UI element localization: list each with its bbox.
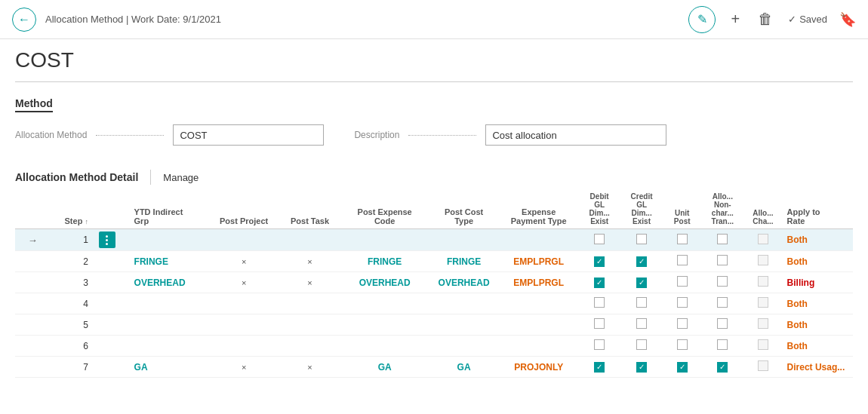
allo-cha-cell[interactable]	[743, 229, 782, 251]
allo-cha-cell[interactable]	[743, 272, 782, 293]
allo-cha-checkbox[interactable]	[758, 234, 768, 244]
delete-button[interactable]: 🗑	[755, 8, 776, 31]
allo-cha-checkbox[interactable]	[758, 297, 768, 308]
post-task-cell	[279, 293, 341, 314]
back-button[interactable]: ←	[12, 8, 36, 32]
post-project-cell	[208, 314, 279, 336]
unit-post-cell[interactable]	[663, 251, 701, 272]
allo-cha-checkbox[interactable]	[758, 360, 768, 371]
checkbox[interactable]	[594, 256, 605, 267]
expense-payment-type-cell	[499, 336, 578, 357]
checkbox[interactable]	[636, 278, 647, 288]
checkbox[interactable]	[636, 318, 647, 329]
col-allo-non: Allo...Non-char...Tran...	[701, 189, 743, 229]
ytd-indirect-grp-cell	[130, 229, 209, 251]
checkbox[interactable]	[636, 362, 647, 373]
table-header-row: Step ↑ YTD IndirectGrp Post Project Post…	[15, 189, 853, 229]
checkbox[interactable]	[677, 255, 688, 265]
checkbox[interactable]	[594, 318, 605, 329]
debit-gl-cell[interactable]	[578, 357, 620, 378]
post-expense-code-cell: OVERHEAD	[340, 272, 429, 293]
allo-non-char-cell[interactable]	[701, 293, 743, 314]
allo-cha-cell[interactable]	[743, 336, 782, 357]
col-unit-post: UnitPost	[663, 189, 701, 229]
allo-cha-cell[interactable]	[743, 293, 782, 314]
checkbox[interactable]	[717, 362, 728, 373]
debit-gl-cell[interactable]	[578, 314, 620, 336]
debit-gl-cell[interactable]	[578, 229, 620, 251]
allo-cha-cell[interactable]	[743, 357, 782, 378]
credit-gl-cell[interactable]	[620, 251, 663, 272]
checkbox[interactable]	[677, 362, 688, 373]
col-expense-payment: ExpensePayment Type	[499, 189, 578, 229]
description-input[interactable]	[485, 124, 666, 146]
checkbox[interactable]	[717, 234, 728, 244]
allo-non-char-cell[interactable]	[701, 336, 743, 357]
checkbox[interactable]	[594, 278, 605, 288]
apply-to-rate-cell: Both	[783, 336, 853, 357]
checkbox[interactable]	[677, 339, 688, 350]
checkbox[interactable]	[594, 297, 605, 308]
checkbox[interactable]	[717, 318, 728, 329]
menu-dots-button[interactable]	[99, 232, 115, 248]
checkbox[interactable]	[677, 297, 688, 308]
credit-gl-cell[interactable]	[620, 229, 663, 251]
checkbox[interactable]	[677, 318, 688, 329]
description-field: Description	[354, 124, 666, 146]
checkbox[interactable]	[717, 255, 728, 265]
menu-cell[interactable]	[94, 229, 130, 251]
post-task-cell: ×	[279, 251, 341, 272]
checkbox[interactable]	[594, 339, 605, 350]
checkbox[interactable]	[677, 234, 688, 244]
allo-non-char-cell[interactable]	[701, 251, 743, 272]
checkbox[interactable]	[636, 339, 647, 350]
checkbox[interactable]	[717, 276, 728, 287]
allo-non-char-cell[interactable]	[701, 229, 743, 251]
checkbox[interactable]	[717, 297, 728, 308]
post-expense-code-cell: GA	[340, 357, 429, 378]
credit-gl-cell[interactable]	[620, 336, 663, 357]
credit-gl-cell[interactable]	[620, 293, 663, 314]
allo-cha-checkbox[interactable]	[758, 339, 768, 350]
debit-gl-cell[interactable]	[578, 272, 620, 293]
checkbox[interactable]	[636, 256, 647, 267]
allocation-method-input[interactable]	[173, 124, 324, 146]
allo-cha-cell[interactable]	[743, 251, 782, 272]
checkbox[interactable]	[717, 339, 728, 350]
credit-gl-cell[interactable]	[620, 272, 663, 293]
checkbox[interactable]	[636, 234, 647, 244]
debit-gl-cell[interactable]	[578, 251, 620, 272]
unit-post-cell[interactable]	[663, 272, 701, 293]
arrow-cell: →	[15, 229, 51, 251]
col-step: Step ↑	[51, 189, 94, 229]
add-button[interactable]: +	[728, 8, 743, 31]
checkbox[interactable]	[594, 362, 605, 373]
credit-gl-cell[interactable]	[620, 314, 663, 336]
debit-gl-cell[interactable]	[578, 293, 620, 314]
checkbox[interactable]	[677, 276, 688, 287]
unit-post-cell[interactable]	[663, 336, 701, 357]
allo-non-char-cell[interactable]	[701, 357, 743, 378]
bookmark-button[interactable]: 🔖	[839, 11, 856, 28]
unit-post-cell[interactable]	[663, 314, 701, 336]
unit-post-cell[interactable]	[663, 229, 701, 251]
allo-cha-cell[interactable]	[743, 314, 782, 336]
allo-non-char-cell[interactable]	[701, 314, 743, 336]
edit-button[interactable]: ✎	[688, 6, 716, 33]
allo-cha-checkbox[interactable]	[758, 255, 768, 265]
manage-button[interactable]: Manage	[163, 172, 199, 183]
allo-non-char-cell[interactable]	[701, 272, 743, 293]
allo-cha-checkbox[interactable]	[758, 318, 768, 329]
allo-cha-checkbox[interactable]	[758, 276, 768, 287]
step-cell: 4	[51, 293, 94, 314]
checkbox[interactable]	[594, 234, 605, 244]
post-cost-type-cell	[429, 336, 499, 357]
unit-post-cell[interactable]	[663, 293, 701, 314]
credit-gl-cell[interactable]	[620, 357, 663, 378]
checkbox[interactable]	[636, 297, 647, 308]
detail-section: Allocation Method Detail Manage Step ↑ Y…	[0, 164, 868, 378]
expense-payment-type-cell	[499, 293, 578, 314]
debit-gl-cell[interactable]	[578, 336, 620, 357]
expense-payment-type-cell	[499, 314, 578, 336]
unit-post-cell[interactable]	[663, 357, 701, 378]
